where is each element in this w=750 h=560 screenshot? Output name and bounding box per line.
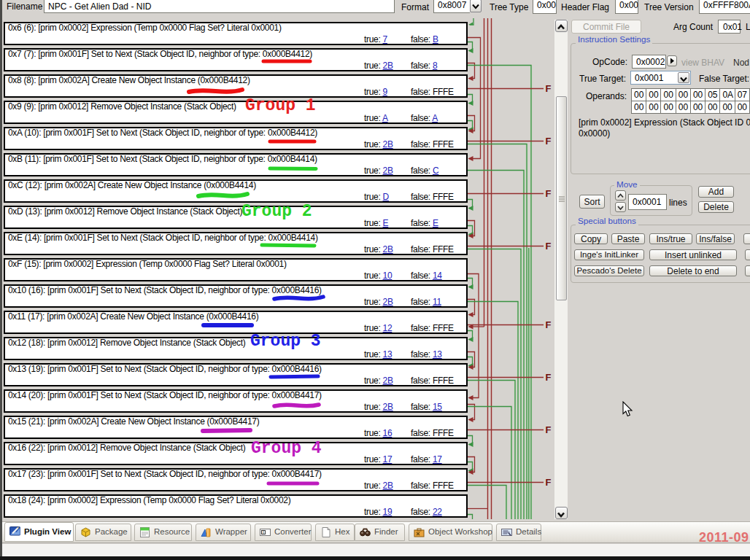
svg-text:F: F	[546, 83, 552, 94]
svg-text:F: F	[546, 372, 552, 383]
svg-text:F: F	[546, 319, 552, 330]
svg-text:F: F	[546, 424, 552, 435]
svg-text:F: F	[546, 241, 552, 252]
svg-text:F: F	[546, 136, 552, 147]
svg-text:F: F	[546, 477, 552, 488]
svg-text:F: F	[546, 188, 552, 199]
